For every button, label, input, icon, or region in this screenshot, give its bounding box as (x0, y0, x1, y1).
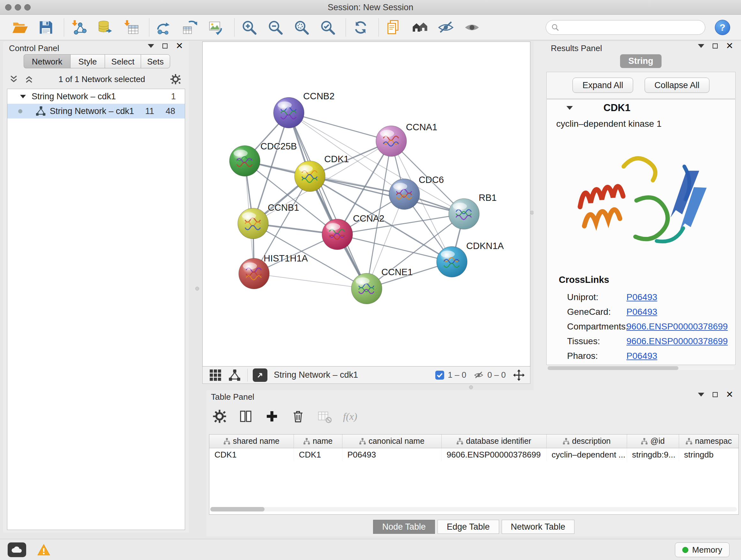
table-row[interactable]: CDK1CDK1P064939606.ENSP00000378699cyclin… (209, 448, 738, 461)
birdseye-home-icon[interactable] (411, 18, 428, 37)
new-network-table-icon[interactable] (181, 18, 199, 37)
network-canvas[interactable]: CCNB2CCNA1CDC25BCDK1CDC6RB1CCNB1CCNA2CDK… (202, 42, 530, 367)
birdseye-view-icon[interactable] (228, 369, 241, 381)
table-cell[interactable]: cyclin–dependent ... (546, 448, 627, 461)
save-session-icon[interactable] (37, 18, 55, 37)
open-session-icon[interactable] (11, 18, 29, 37)
duplicate-page-icon[interactable] (385, 18, 402, 37)
network-node-RB1[interactable] (449, 199, 479, 229)
apply-layout-icon[interactable] (352, 18, 369, 37)
zoom-selected-icon[interactable] (319, 18, 337, 37)
pan-move-icon[interactable] (513, 369, 525, 381)
tab-select[interactable]: Select (105, 54, 141, 68)
export-image-icon[interactable] (207, 18, 225, 37)
column-header-namespac[interactable]: namespac (679, 435, 738, 448)
show-columns-icon[interactable] (239, 409, 253, 424)
panel-close-icon[interactable]: ✕ (726, 392, 733, 397)
table-cell[interactable]: CDK1 (209, 448, 293, 461)
network-node-CDC6[interactable] (389, 179, 420, 209)
grid-view-icon[interactable] (209, 369, 222, 381)
help-button[interactable]: ? (715, 20, 730, 35)
column-header-shared-name[interactable]: shared name (209, 435, 293, 448)
network-edge[interactable] (289, 113, 391, 141)
collapse-all-icon[interactable] (9, 74, 18, 84)
table-cell[interactable]: 9606.ENSP00000378699 (441, 448, 546, 461)
panel-resize-grip[interactable] (195, 287, 199, 291)
network-node-CDC25B[interactable] (229, 145, 260, 176)
selected-checkbox-icon[interactable] (435, 370, 445, 380)
tab-network-table[interactable]: Network Table (502, 520, 575, 534)
crosslink-link[interactable]: 9606.ENSP00000378699 (626, 336, 728, 347)
column-header-database-identifier[interactable]: database identifier (441, 435, 546, 448)
network-node-CCNB2[interactable] (273, 98, 304, 128)
network-edge[interactable] (337, 234, 452, 262)
network-graph[interactable] (203, 42, 530, 367)
tab-sets[interactable]: Sets (141, 54, 170, 68)
panel-float-icon[interactable] (162, 44, 167, 49)
add-column-icon[interactable] (265, 409, 279, 424)
network-node-CCNA2[interactable] (322, 219, 353, 250)
network-node-CDK1[interactable] (294, 161, 325, 192)
delete-column-icon[interactable] (291, 409, 306, 424)
collapse-all-button[interactable]: Collapse All (645, 78, 710, 93)
gene-collapse-icon[interactable] (566, 106, 573, 110)
hide-graphics-details-icon[interactable] (437, 18, 455, 37)
zoom-fit-icon[interactable] (293, 18, 311, 37)
column-header-canonical-name[interactable]: canonical name (342, 435, 441, 448)
panel-close-icon[interactable]: ✕ (176, 44, 183, 49)
expand-all-icon[interactable] (24, 74, 34, 84)
zoom-in-icon[interactable] (240, 18, 258, 37)
show-graphics-details-icon[interactable] (463, 18, 481, 37)
new-network-icon[interactable] (155, 18, 173, 37)
network-node-CCNE1[interactable] (351, 273, 382, 304)
network-collection-row[interactable]: String Network – cdk1 1 (7, 89, 185, 104)
tab-style[interactable]: Style (70, 54, 105, 68)
panel-menu-icon[interactable] (148, 44, 154, 48)
column-header-name[interactable]: name (293, 435, 342, 448)
string-tab-badge[interactable]: String (620, 54, 662, 68)
cloud-button[interactable] (8, 543, 26, 557)
table-horizontal-scrollbar[interactable] (210, 507, 737, 511)
column-header-description[interactable]: description (546, 435, 627, 448)
tab-network[interactable]: Network (23, 54, 70, 68)
import-network-database-icon[interactable] (96, 18, 114, 37)
expand-all-button[interactable]: Expand All (572, 78, 633, 93)
table-cell[interactable]: P06493 (342, 448, 441, 461)
search-input[interactable] (562, 22, 700, 32)
memory-button[interactable]: Memory (675, 543, 730, 557)
panel-menu-icon[interactable] (698, 44, 704, 48)
network-node-CCNB1[interactable] (238, 208, 268, 239)
zoom-out-icon[interactable] (266, 18, 284, 37)
table-cell[interactable]: stringdb:9... (627, 448, 679, 461)
collection-expand-icon[interactable] (20, 95, 26, 98)
delete-table-icon[interactable] (317, 409, 332, 424)
gear-icon[interactable] (170, 73, 181, 85)
network-edge[interactable] (254, 273, 367, 289)
tab-node-table[interactable]: Node Table (373, 520, 435, 534)
table-cell[interactable]: stringdb (679, 448, 738, 461)
function-builder-icon[interactable]: f(x) (343, 411, 357, 422)
panel-float-icon[interactable] (713, 44, 718, 49)
import-network-file-icon[interactable] (70, 18, 88, 37)
gene-name: CDK1 (603, 102, 630, 114)
panel-menu-icon[interactable] (698, 393, 704, 396)
hidden-eye-icon[interactable] (473, 370, 484, 380)
crosslink-link[interactable]: P06493 (626, 292, 657, 302)
panel-resize-grip[interactable] (469, 385, 473, 389)
table-cell[interactable]: CDK1 (293, 448, 342, 461)
detach-view-button[interactable] (253, 368, 267, 382)
table-settings-gear-icon[interactable] (212, 409, 227, 424)
warnings-button[interactable] (36, 543, 52, 557)
crosslink-link[interactable]: P06493 (626, 307, 657, 317)
crosslink-link[interactable]: P06493 (626, 351, 657, 361)
import-table-file-icon[interactable] (122, 18, 140, 37)
panel-float-icon[interactable] (713, 392, 718, 397)
column-header--id[interactable]: @id (627, 435, 679, 448)
tab-edge-table[interactable]: Edge Table (437, 520, 499, 534)
crosslink-link[interactable]: 9606.ENSP00000378699 (626, 321, 728, 332)
network-item-row[interactable]: String Network – cdk1 11 48 (7, 104, 185, 118)
network-node-CCNA1[interactable] (376, 126, 407, 157)
results-scrollbar[interactable] (548, 366, 734, 370)
network-node-CDKN1A[interactable] (436, 246, 467, 277)
panel-close-icon[interactable]: ✕ (726, 44, 733, 49)
